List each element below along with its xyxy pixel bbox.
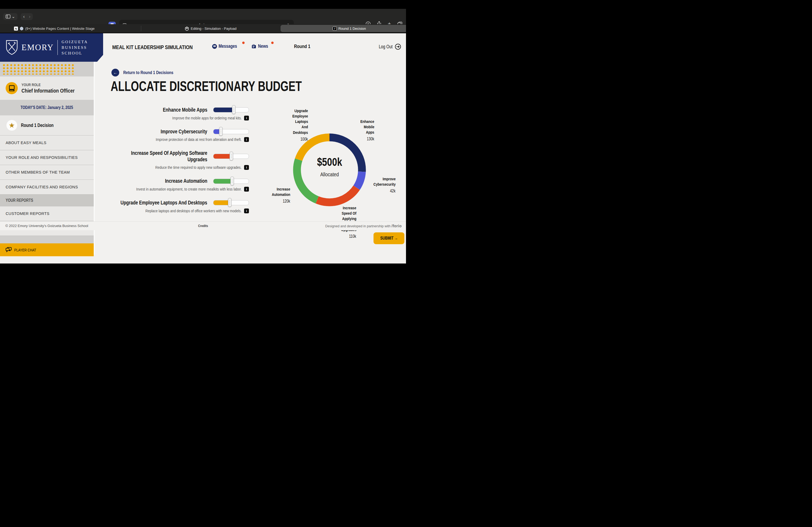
chart-label-improve-cybersecurity: ImproveCybersecurity42k	[352, 176, 395, 194]
donut-center-text: $500k Allocated	[297, 156, 362, 178]
sidebar-item-round-1-decision[interactable]: ★ Round 1 Decision	[0, 115, 94, 135]
payload-icon	[185, 27, 189, 31]
partnership-text: Designed and developed in partnership wi…	[325, 224, 402, 228]
tab-label: (9+) Website Pages Content | Website Sta…	[25, 27, 95, 31]
submit-button[interactable]: SUBMIT →	[374, 232, 404, 244]
app-title: MEAL KIT LEADERSHIP SIMULATION	[112, 44, 213, 50]
slider-handle[interactable]	[228, 198, 231, 207]
slider-row-enhance-mobile-apps: Enhance Mobile Apps Improve the mobile a…	[101, 107, 249, 120]
sidebar-dots-band	[0, 62, 94, 76]
messages-icon: ✉	[212, 44, 217, 49]
notion-icon: N	[14, 27, 18, 31]
info-icon[interactable]: i	[244, 137, 249, 142]
slider-row-increase-automation: Increase Automation Invest in automation…	[101, 178, 249, 192]
window-top-bar	[0, 0, 406, 9]
player-chat-button[interactable]: PLAYER CHAT	[0, 243, 94, 256]
news-icon	[251, 44, 257, 49]
return-link[interactable]: ← Return to Round 1 Decisions	[112, 69, 186, 76]
role-heading: YOUR ROLE	[21, 82, 88, 87]
slider-track[interactable]	[213, 107, 249, 112]
sidebar-item-company-facilities-and-regions[interactable]: COMPANY FACILITIES AND REGIONS	[0, 180, 94, 194]
news-button[interactable]: News	[251, 44, 271, 49]
history-nav-group: ‹ ›	[21, 13, 33, 20]
slider-description: Improve the mobile apps for ordering mea…	[172, 116, 242, 120]
news-notification-badge	[271, 42, 274, 44]
allocated-label: Allocated	[297, 171, 362, 178]
role-section: YOUR ROLE Chief Information Officer	[0, 76, 94, 100]
back-button[interactable]: ‹	[23, 15, 25, 19]
chart-label-enhance-mobile-apps: EnhanceMobileApps130k	[342, 119, 374, 142]
slider-label: Increase Speed Of Applying Software Upgr…	[101, 150, 207, 163]
tab-label: Editing - Simulation - Payload	[191, 27, 236, 31]
chart-label-increase-automation: IncreaseAutomation120k	[258, 186, 290, 204]
slider-row-upgrade-employee-laptops: Upgrade Employee Laptops And Desktops Re…	[101, 200, 249, 213]
date-banner: TODAY'S DATE: January 2, 2025	[0, 100, 94, 115]
chat-bubbles-icon	[6, 247, 12, 253]
slider-fill	[214, 179, 232, 183]
sidebar-item-your-role-and-responsibilities[interactable]: YOUR ROLE AND RESPONSIBILITIES	[0, 150, 94, 165]
budget-sliders: Enhance Mobile Apps Improve the mobile a…	[101, 107, 249, 221]
polka-dot-pattern	[2, 64, 74, 75]
sidebar-toggle-button[interactable]: ⌄	[3, 13, 17, 20]
goizueta-wordmark: GOIZUETA BUSINESS SCHOOL	[61, 39, 88, 56]
slider-description: Invest in automation equipment, to creat…	[136, 187, 242, 192]
tab-bar: N (9+) Website Pages Content | Website S…	[0, 24, 406, 33]
round-indicator: Round 1	[294, 44, 315, 49]
sidebar-item-other-members-of-the-team[interactable]: OTHER MEMBERS OF THE TEAM	[0, 165, 94, 180]
sidebar-spacer	[0, 236, 94, 243]
emory-logo: EMORY GOIZUETA BUSINESS SCHOOL	[0, 33, 103, 62]
slider-label: Enhance Mobile Apps	[101, 107, 207, 113]
emory-wordmark: EMORY	[21, 43, 54, 52]
emory-shield-icon	[6, 40, 18, 55]
logout-button[interactable]: Log Out	[375, 44, 401, 50]
tab-round-1-decision-active[interactable]: / Round 1 Decision	[280, 25, 406, 32]
tab-separator	[141, 26, 141, 31]
reports-section-heading: YOUR REPORTS	[0, 194, 94, 206]
slider-row-increase-speed-of-software-upgrades: Increase Speed Of Applying Software Upgr…	[101, 150, 249, 170]
globe-icon	[19, 27, 24, 31]
tab-payload-editing[interactable]: Editing - Simulation - Payload	[166, 24, 255, 33]
slider-fill	[214, 108, 234, 112]
slider-label: Increase Automation	[101, 178, 207, 184]
app-header: EMORY GOIZUETA BUSINESS SCHOOL MEAL KIT …	[0, 33, 406, 62]
slider-handle[interactable]	[230, 177, 234, 185]
logout-icon	[395, 44, 401, 50]
slider-description: Improve protection of data at rest from …	[156, 137, 242, 142]
messages-notification-badge	[242, 42, 245, 44]
slider-handle[interactable]	[219, 127, 222, 136]
slider-track[interactable]	[213, 129, 249, 134]
sidebar-item-customer-reports[interactable]: CUSTOMER REPORTS	[0, 206, 94, 221]
info-icon[interactable]: i	[244, 116, 249, 120]
forio-logo: /forio	[392, 224, 402, 228]
info-icon[interactable]: i	[244, 165, 249, 170]
chevron-down-icon: ⌄	[12, 15, 15, 19]
tab-label: Round 1 Decision	[338, 27, 366, 31]
sidebar-icon	[6, 15, 11, 18]
slider-fill	[214, 200, 230, 205]
star-icon: ★	[6, 120, 17, 131]
allocated-total: $500k	[297, 156, 362, 168]
role-name: Chief Information Officer	[21, 88, 88, 94]
page-footer: © 2022 Emory University's Goizueta Busin…	[0, 221, 406, 230]
page-title: ALLOCATE DISCRETIONARY BUDGET	[111, 78, 362, 94]
messages-button[interactable]: ✉ Messages	[212, 44, 242, 49]
forward-button[interactable]: ›	[29, 15, 30, 19]
slider-fill	[214, 154, 231, 159]
slider-handle[interactable]	[232, 105, 235, 114]
info-icon[interactable]: i	[244, 209, 249, 213]
slider-description: Reduce the time required to apply new so…	[156, 165, 242, 170]
slider-label: Improve Cybersecurity	[101, 129, 207, 135]
sidebar-item-about-easy-meals[interactable]: ABOUT EASY MEALS	[0, 135, 94, 150]
browser-toolbar: ⌄ ‹ › forio.com ↻ +	[0, 9, 406, 24]
slider-handle[interactable]	[230, 152, 233, 161]
cio-computer-icon	[6, 82, 18, 94]
back-arrow-icon: ←	[112, 69, 119, 76]
chart-label-upgrade-laptops: UpgradeEmployeeLaptopsAndDesktops100k	[271, 108, 308, 142]
info-icon[interactable]: i	[244, 187, 249, 192]
forio-favicon: /	[333, 27, 337, 31]
slider-description: Replace laptops and desktops of office w…	[146, 209, 242, 213]
tab-website-pages[interactable]: N (9+) Website Pages Content | Website S…	[14, 24, 95, 33]
slider-label: Upgrade Employee Laptops And Desktops	[99, 200, 207, 206]
slider-row-improve-cybersecurity: Improve Cybersecurity Improve protection…	[101, 129, 249, 142]
logo-divider	[57, 40, 58, 55]
